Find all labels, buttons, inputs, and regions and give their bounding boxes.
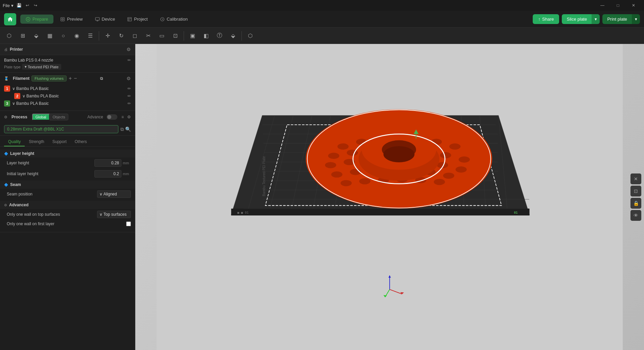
filament-edit-2[interactable]: ✏ bbox=[128, 94, 131, 98]
one-wall-top-row: Only one wall on top surfaces ∨ Top surf… bbox=[0, 209, 135, 220]
move-tool[interactable]: ✛ bbox=[101, 29, 114, 42]
filament-name-1[interactable]: ∨ Bambu PLA Basic bbox=[12, 86, 125, 91]
initial-layer-height-input[interactable] bbox=[94, 170, 121, 178]
filament-name-text-3: Bambu PLA Basic bbox=[16, 101, 49, 106]
fil-dropdown-3: ∨ bbox=[12, 101, 15, 106]
seam-position-row: Seam position ∨ Aligned bbox=[0, 189, 135, 200]
seam-group-header[interactable]: 🔷 Seam bbox=[0, 181, 135, 189]
lines-tool[interactable]: ☰ bbox=[84, 29, 97, 42]
window-controls: — □ ✕ bbox=[595, 0, 641, 11]
svg-rect-3 bbox=[95, 17, 99, 20]
qtab-quality[interactable]: Quality bbox=[4, 138, 25, 146]
preset-search-button[interactable]: 🔍 bbox=[125, 126, 131, 132]
tab-prepare[interactable]: Prepare bbox=[20, 15, 53, 24]
viewport-fit-tool[interactable]: ⊡ bbox=[630, 186, 641, 196]
file-menu[interactable]: File ▾ bbox=[3, 3, 14, 8]
grid-tool[interactable]: ⊞ bbox=[16, 29, 29, 42]
slice-dropdown-button[interactable]: ▾ bbox=[592, 14, 600, 24]
undo-icon[interactable]: ↩ bbox=[24, 2, 30, 8]
fill-tool[interactable]: ◉ bbox=[70, 29, 83, 42]
qtab-support[interactable]: Support bbox=[48, 138, 71, 146]
svg-point-56 bbox=[331, 171, 342, 178]
process-header: ⚙ Process Global Objects Advance ≡ ⚙ bbox=[0, 111, 135, 123]
print-bed-group: Bambu Textured PEI Plate bbox=[231, 109, 529, 215]
tab-preview[interactable]: Preview bbox=[55, 15, 88, 24]
seam-tool[interactable]: ◧ bbox=[200, 29, 212, 42]
advanced-group-header[interactable]: ⚙ Advanced bbox=[0, 201, 135, 209]
process-preset: ⧉ 🔍 bbox=[0, 123, 135, 136]
viewport[interactable]: Bambu Textured PEI Plate bbox=[135, 44, 644, 350]
advance-label: Advance bbox=[87, 115, 103, 119]
qtab-strength[interactable]: Strength bbox=[25, 138, 48, 146]
redo-icon[interactable]: ↪ bbox=[32, 2, 39, 8]
initial-layer-height-row: Initial layer height mm bbox=[0, 168, 135, 179]
preset-input[interactable] bbox=[4, 125, 118, 133]
printer-section-header[interactable]: 🖨 Printer ⚙ bbox=[0, 44, 135, 55]
layer-height-input[interactable] bbox=[94, 159, 121, 167]
puzzle-tool[interactable]: ⬡ bbox=[244, 29, 257, 42]
one-wall-top-dropdown[interactable]: ∨ Top surfaces bbox=[97, 211, 131, 218]
filament-row-2: 2 ∨ Bambu PLA Basic ✏ bbox=[4, 93, 131, 99]
file-label: File bbox=[3, 3, 10, 8]
flushing-volumes-button[interactable]: Flushing volumes bbox=[31, 75, 67, 81]
paint-tool[interactable]: ⬙ bbox=[227, 29, 239, 42]
filament-copy-icon[interactable]: ⧉ bbox=[100, 76, 103, 81]
support-tool[interactable]: ▣ bbox=[186, 29, 199, 42]
home-button[interactable] bbox=[4, 13, 16, 25]
tab-device[interactable]: Device bbox=[90, 15, 121, 24]
circle-tool[interactable]: ○ bbox=[57, 29, 70, 42]
text-tool[interactable]: Ⓣ bbox=[213, 29, 226, 42]
slice-plate-button[interactable]: Slice plate bbox=[562, 14, 592, 24]
svg-point-48 bbox=[325, 162, 336, 168]
process-settings-icon[interactable]: ⚙ bbox=[127, 115, 131, 119]
qtab-others[interactable]: Others bbox=[71, 138, 91, 146]
perspective-tool[interactable]: ⬡ bbox=[3, 29, 16, 42]
plate-type-value[interactable]: ▾ Textured PEI Plate bbox=[22, 64, 61, 70]
viewport-close-tool[interactable]: ✕ bbox=[630, 173, 641, 184]
minimize-button[interactable]: — bbox=[595, 0, 610, 11]
viewport-eye-tool[interactable]: 👁 bbox=[630, 210, 641, 221]
filament-remove-button[interactable]: − bbox=[74, 75, 77, 81]
scale-tool[interactable]: ⊡ bbox=[169, 29, 182, 42]
cut-tool[interactable]: ✂ bbox=[142, 29, 155, 42]
split-tool[interactable]: ▭ bbox=[155, 29, 168, 42]
arrange-tool[interactable]: ▦ bbox=[43, 29, 56, 42]
initial-layer-height-label: Initial layer height bbox=[7, 171, 94, 176]
svg-text:Bambu Textured PEI Plate: Bambu Textured PEI Plate bbox=[262, 156, 266, 196]
3d-view[interactable]: Bambu Textured PEI Plate bbox=[135, 44, 644, 350]
share-button[interactable]: ↑ Share bbox=[533, 14, 559, 24]
tab-calibration[interactable]: Calibration bbox=[155, 15, 193, 24]
tab-global-button[interactable]: Global bbox=[32, 114, 50, 120]
process-list-icon[interactable]: ≡ bbox=[121, 115, 124, 119]
advance-toggle[interactable] bbox=[107, 114, 117, 120]
filament-add-button[interactable]: + bbox=[69, 75, 72, 81]
preset-copy-button[interactable]: ⧉ bbox=[120, 126, 124, 132]
print-dropdown-button[interactable]: ▾ bbox=[632, 14, 640, 24]
one-wall-first-checkbox[interactable] bbox=[126, 221, 131, 226]
toolbar-separator-1 bbox=[99, 31, 99, 41]
filament-name-2[interactable]: ∨ Bambu PLA Basic bbox=[22, 94, 125, 98]
printer-edit-icon[interactable]: ✏ bbox=[128, 58, 131, 63]
tab-project[interactable]: Project bbox=[122, 15, 153, 24]
layer-height-group: 🔷 Layer height Layer height mm Initial l… bbox=[0, 149, 135, 179]
filament-name-3[interactable]: ∨ Bambu PLA Basic bbox=[12, 101, 125, 106]
save-icon[interactable]: 💾 bbox=[16, 2, 22, 8]
flushing-volumes-label: Flushing volumes bbox=[34, 76, 64, 80]
initial-layer-height-unit: mm bbox=[121, 172, 131, 176]
print-plate-button[interactable]: Print plate bbox=[602, 14, 632, 24]
select-tool[interactable]: ◻ bbox=[128, 29, 141, 42]
layer-height-group-header[interactable]: 🔷 Layer height bbox=[0, 149, 135, 158]
toolbar-separator-2 bbox=[184, 31, 184, 41]
printer-settings-icon[interactable]: ⚙ bbox=[127, 47, 131, 52]
filament-settings-icon[interactable]: ⚙ bbox=[127, 76, 131, 81]
group-collapse-icon: 🔷 bbox=[4, 152, 8, 156]
maximize-button[interactable]: □ bbox=[610, 0, 626, 11]
viewport-lock-tool[interactable]: 🔒 bbox=[630, 198, 641, 209]
filament-edit-1[interactable]: ✏ bbox=[128, 86, 131, 91]
orient-tool[interactable]: ⬙ bbox=[30, 29, 43, 42]
tab-objects-button[interactable]: Objects bbox=[50, 114, 68, 120]
close-button[interactable]: ✕ bbox=[626, 0, 641, 11]
filament-edit-3[interactable]: ✏ bbox=[128, 101, 131, 106]
rotate-tool[interactable]: ↻ bbox=[115, 29, 128, 42]
seam-position-dropdown[interactable]: ∨ Aligned bbox=[97, 190, 131, 198]
